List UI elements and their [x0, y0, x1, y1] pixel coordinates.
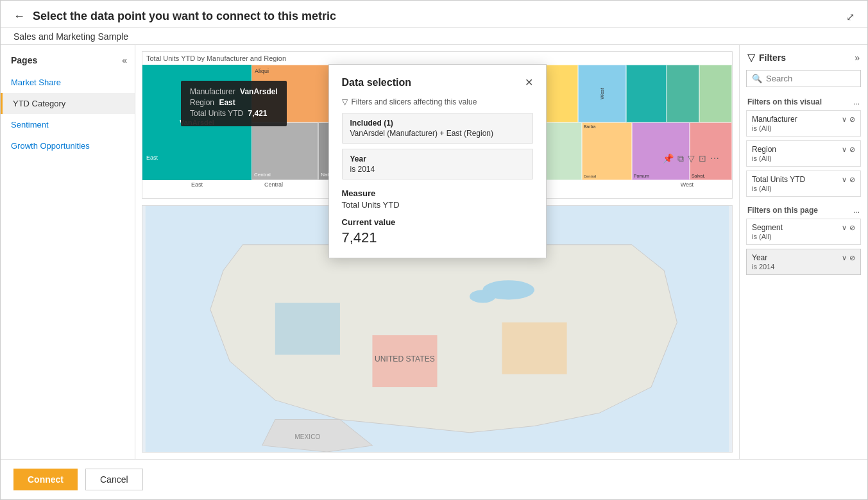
- cell-central-bottom[interactable]: Central: [251, 122, 318, 180]
- cell-barba[interactable]: Barba Central: [582, 122, 632, 180]
- clear-manufacturer[interactable]: ⊘: [849, 115, 855, 124]
- clear-region[interactable]: ⊘: [849, 146, 855, 154]
- svg-point-2: [470, 290, 495, 303]
- chevron-manufacturer[interactable]: ∨: [842, 115, 847, 124]
- dialog-filters-label: ▽ Filters and slicers affecting this val…: [342, 97, 533, 106]
- included-filter-block: Included (1) VanArsdel (Manufacturer) + …: [342, 113, 533, 144]
- filter-manufacturer-value: is (All): [752, 124, 855, 132]
- filter-region-header: Region ∨ ⊘: [752, 145, 855, 154]
- chevron-year[interactable]: ∨: [842, 254, 847, 262]
- cell-central-top[interactable]: [626, 65, 667, 122]
- main-layout: Pages « Market Share YTD Category Sentim…: [1, 45, 867, 459]
- pages-title: Pages: [11, 55, 37, 65]
- label-west-bottom: West: [681, 181, 732, 188]
- svg-text:MEXICO: MEXICO: [294, 433, 320, 440]
- cell-west[interactable]: West: [578, 65, 626, 122]
- cell-lodi[interactable]: [699, 65, 732, 122]
- chevron-segment[interactable]: ∨: [842, 224, 847, 232]
- dialog-header: Data selection ✕: [342, 76, 533, 88]
- header: ← Select the data point you want to conn…: [1, 1, 867, 28]
- filter-icon-dialog: ▽: [342, 97, 348, 106]
- more-options-icon[interactable]: ⋯: [710, 153, 719, 164]
- subtitle: Sales and Marketing Sample: [1, 28, 867, 45]
- sidebar-item-sentiment[interactable]: Sentiment: [1, 114, 135, 135]
- collapse-sidebar-button[interactable]: «: [122, 55, 127, 65]
- dialog-close-button[interactable]: ✕: [525, 76, 533, 88]
- connect-button[interactable]: Connect: [13, 469, 78, 490]
- footer: Connect Cancel: [1, 459, 867, 499]
- filter-year-header: Year ∨ ⊘: [752, 253, 855, 262]
- search-input[interactable]: [766, 74, 867, 83]
- pages-header: Pages «: [1, 51, 135, 72]
- cancel-button[interactable]: Cancel: [85, 469, 143, 490]
- pin-icon[interactable]: 📌: [663, 153, 674, 164]
- filter-segment-value: is (All): [752, 233, 855, 240]
- filters-on-visual-header: Filters on this visual ...: [740, 95, 867, 110]
- filters-on-visual-label: Filters on this visual: [747, 97, 822, 106]
- copy-icon[interactable]: ⧉: [677, 153, 684, 164]
- visual-toolbar: 📌 ⧉ ▽ ⊡ ⋯: [663, 153, 719, 164]
- back-button[interactable]: ←: [13, 10, 25, 23]
- filter-segment[interactable]: Segment ∨ ⊘ is (All): [746, 219, 861, 245]
- clear-year[interactable]: ⊘: [849, 254, 855, 262]
- filters-header: ▽ Filters »: [740, 51, 867, 70]
- clear-segment[interactable]: ⊘: [849, 224, 855, 232]
- label-east-bottom: East: [142, 181, 251, 188]
- filter-year[interactable]: Year ∨ ⊘ is 2014: [746, 249, 861, 275]
- filters-title-row: ▽ Filters: [747, 51, 786, 63]
- sidebar-item-growth-opportunities[interactable]: Growth Opportunities: [1, 135, 135, 156]
- cell-pomum[interactable]: Pomum: [632, 122, 690, 180]
- search-icon: 🔍: [752, 74, 762, 83]
- tooltip-manufacturer: Manufacturer VanArsdel: [190, 87, 278, 96]
- cell-west2[interactable]: [667, 65, 699, 122]
- filters-on-page-header: Filters on this page ...: [740, 201, 867, 219]
- tooltip-region: Region East: [190, 98, 278, 107]
- treemap-tooltip: Manufacturer VanArsdel Region East Total…: [181, 81, 287, 126]
- cell-salvat[interactable]: Salvat.: [690, 122, 732, 180]
- chevron-total[interactable]: ∨: [842, 176, 847, 184]
- filter-total-value: is (All): [752, 185, 855, 192]
- clear-total[interactable]: ⊘: [849, 176, 855, 184]
- chevron-region[interactable]: ∨: [842, 146, 847, 154]
- filters-panel: ▽ Filters » 🔍 Filters on this visual ...…: [739, 45, 867, 459]
- filter-manufacturer[interactable]: Manufacturer ∨ ⊘ is (All): [746, 110, 861, 137]
- modal-container: ← Select the data point you want to conn…: [0, 0, 868, 500]
- center-content: Total Units YTD by Manufacturer and Regi…: [135, 45, 739, 459]
- filter-total-header: Total Units YTD ∨ ⊘: [752, 175, 855, 184]
- filters-on-page-menu[interactable]: ...: [853, 206, 860, 215]
- sidebar-item-ytd-category[interactable]: YTD Category: [1, 93, 135, 114]
- cell-region-east: East: [146, 154, 158, 161]
- search-box: 🔍: [746, 70, 861, 87]
- dialog-measure-section: Measure Total Units YTD Current value 7,…: [342, 188, 533, 246]
- filter-year-value: is 2014: [752, 263, 855, 271]
- svg-text:UNITED STATES: UNITED STATES: [375, 354, 435, 363]
- filter-total-units-ytd[interactable]: Total Units YTD ∨ ⊘ is (All): [746, 171, 861, 197]
- data-selection-dialog: Data selection ✕ ▽ Filters and slicers a…: [328, 64, 547, 258]
- filter-manufacturer-header: Manufacturer ∨ ⊘: [752, 115, 855, 124]
- filter-segment-header: Segment ∨ ⊘: [752, 223, 855, 232]
- focus-icon[interactable]: ⊡: [699, 153, 706, 164]
- filter-region-value: is (All): [752, 154, 855, 162]
- filters-title: Filters: [759, 53, 786, 63]
- page-title: Select the data point you want to connec…: [33, 10, 855, 23]
- tooltip-total: Total Units YTD 7,421: [190, 109, 278, 118]
- filters-on-visual-menu[interactable]: ...: [853, 97, 860, 106]
- year-filter-block: Year is 2014: [342, 149, 533, 179]
- filter-icon[interactable]: ▽: [688, 153, 695, 164]
- filters-on-page-label: Filters on this page: [747, 206, 818, 215]
- expand-filters-button[interactable]: »: [855, 53, 860, 63]
- expand-icon[interactable]: ⤢: [846, 11, 855, 23]
- sidebar-item-market-share[interactable]: Market Share: [1, 72, 135, 93]
- filter-region[interactable]: Region ∨ ⊘ is (All): [746, 140, 861, 167]
- dialog-title: Data selection: [342, 77, 411, 88]
- treemap-title: Total Units YTD by Manufacturer and Regi…: [142, 52, 732, 65]
- filter-funnel-icon: ▽: [747, 51, 755, 63]
- pages-sidebar: Pages « Market Share YTD Category Sentim…: [1, 45, 135, 459]
